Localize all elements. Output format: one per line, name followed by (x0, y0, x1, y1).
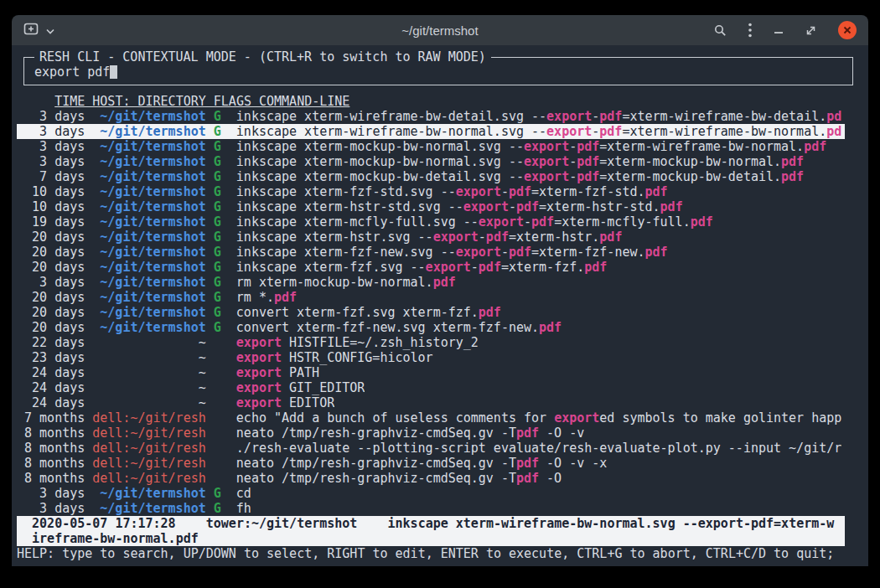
history-row[interactable]: 23 days~export HSTR_CONFIG=hicolor (17, 350, 845, 365)
history-row[interactable]: 3 days~/git/termshotGcd (17, 486, 845, 501)
search-icon[interactable] (714, 24, 727, 37)
history-row[interactable]: 20 days~/git/termshotGinkscape xterm-hst… (17, 230, 845, 245)
row-flags (214, 350, 221, 365)
history-row[interactable]: 19 days~/git/termshotGinkscape xterm-mcf… (17, 214, 845, 230)
row-command: neato /tmp/resh-graphviz-cmdSeq.gv -Tpdf… (236, 471, 562, 486)
row-time: 24 days (17, 395, 85, 410)
row-time: 3 days (17, 139, 85, 154)
row-time: 20 days (17, 290, 85, 305)
restore-button[interactable] (805, 25, 816, 36)
search-box[interactable]: RESH CLI - CONTEXTUAL MODE - (CTRL+R to … (23, 57, 853, 85)
row-host: ~/git/termshot (92, 154, 205, 169)
history-row[interactable]: 24 days~export EDITOR (17, 395, 845, 410)
row-host: dell:~/git/resh (92, 441, 205, 456)
row-command: inkscape xterm-mockup-bw-detail.svg --ex… (236, 169, 804, 184)
row-command: inkscape xterm-mockup-bw-normal.svg --ex… (236, 139, 826, 154)
history-row[interactable]: 3 days~/git/termshotGrm xterm-mockup-bw-… (17, 275, 845, 290)
text-cursor (110, 65, 117, 79)
row-host: ~/git/termshot (92, 320, 205, 335)
row-command: export EDITOR (236, 395, 334, 410)
row-host: ~/git/termshot (92, 501, 205, 516)
row-flags (214, 456, 221, 471)
minimize-button[interactable] (774, 25, 784, 35)
history-row[interactable]: 8 monthsdell:~/git/reshneato /tmp/resh-g… (17, 426, 845, 441)
row-time: 3 days (17, 486, 85, 501)
row-host: dell:~/git/resh (92, 426, 205, 441)
row-host: ~/git/termshot (92, 290, 205, 305)
search-box-label: RESH CLI - CONTEXTUAL MODE - (CTRL+R to … (34, 49, 491, 64)
row-host: ~/git/termshot (92, 486, 205, 501)
row-command: cd (236, 486, 251, 501)
row-command: ./resh-evaluate --plotting-script evalua… (236, 441, 841, 456)
row-flags: G (214, 124, 221, 139)
row-time: 23 days (17, 350, 85, 365)
row-time: 3 days (17, 124, 85, 139)
row-time: 19 days (17, 214, 85, 230)
history-row[interactable]: 24 days~export GIT_EDITOR (17, 380, 845, 395)
history-row[interactable]: 3 days~/git/termshotGinkscape xterm-wire… (17, 109, 845, 124)
history-row[interactable]: 3 days~/git/termshotGfh (17, 501, 845, 516)
row-flags (214, 410, 221, 426)
row-flags: G (214, 305, 221, 320)
row-command: export HSTR_CONFIG=hicolor (236, 350, 433, 365)
history-row[interactable]: 10 days~/git/termshotGinkscape xterm-hst… (17, 199, 845, 214)
history-row[interactable]: 7 monthsdell:~/git/reshecho "Add a bunch… (17, 410, 845, 426)
row-host: ~ (92, 365, 205, 380)
history-row[interactable]: 20 days~/git/termshotGconvert xterm-fzf.… (17, 305, 845, 320)
new-tab-button[interactable] (23, 22, 40, 39)
row-host: ~/git/termshot (92, 199, 205, 214)
row-command: fh (236, 501, 251, 516)
row-flags: G (214, 109, 221, 124)
row-flags: G (214, 501, 221, 516)
row-command: inkscape xterm-mockup-bw-normal.svg --ex… (236, 154, 804, 169)
row-time: 20 days (17, 260, 85, 275)
history-row[interactable]: 20 days~/git/termshotGrm *.pdf (17, 290, 845, 305)
status-line-1: 2020-05-07 17:17:28 tower:~/git/termshot… (17, 516, 845, 531)
kebab-menu-icon[interactable] (748, 23, 752, 38)
row-command: convert xterm-fzf.svg xterm-fzf.pdf (236, 305, 501, 320)
row-host: ~/git/termshot (92, 139, 205, 154)
history-row[interactable]: 22 days~export HISTFILE=~/.zsh_history_2 (17, 335, 845, 350)
row-host: ~ (92, 395, 205, 410)
row-flags (214, 380, 221, 395)
row-command: export GIT_EDITOR (236, 380, 365, 395)
history-row[interactable]: 3 days~/git/termshotGinkscape xterm-mock… (17, 154, 845, 169)
new-tab-icon (23, 22, 40, 39)
row-flags: G (214, 139, 221, 154)
row-host: dell:~/git/resh (92, 471, 205, 486)
history-row[interactable]: 20 days~/git/termshotGinkscape xterm-fzf… (17, 260, 845, 275)
close-button[interactable] (838, 21, 857, 39)
history-row[interactable]: 24 days~export PATH (17, 365, 845, 380)
close-icon (843, 23, 852, 38)
chevron-down-icon[interactable] (46, 23, 54, 38)
history-row[interactable]: 8 monthsdell:~/git/resh./resh-evaluate -… (17, 441, 845, 456)
history-row[interactable]: 20 days~/git/termshotGinkscape xterm-fzf… (17, 245, 845, 260)
history-row-selected[interactable]: 3 days~/git/termshotGinkscape xterm-wire… (17, 124, 845, 139)
history-header: TIME HOST: DIRECTORY FLAGS COMMAND-LINE (17, 94, 863, 109)
row-command: export PATH (236, 365, 319, 380)
row-command: echo "Add a bunch of useless comments fo… (236, 410, 841, 426)
history-list: 3 days~/git/termshotGinkscape xterm-wire… (17, 109, 845, 516)
history-row[interactable]: 7 days~/git/termshotGinkscape xterm-mock… (17, 169, 845, 184)
row-flags: G (214, 275, 221, 290)
history-row[interactable]: 3 days~/git/termshotGinkscape xterm-mock… (17, 139, 845, 154)
row-command: inkscape xterm-hstr.svg --export-pdf=xte… (236, 230, 623, 245)
row-flags (214, 365, 221, 380)
row-command: inkscape xterm-wireframe-bw-detail.svg -… (236, 109, 841, 124)
row-command: export HISTFILE=~/.zsh_history_2 (236, 335, 479, 350)
row-command: inkscape xterm-fzf-std.svg --export-pdf=… (236, 184, 668, 199)
row-host: ~/git/termshot (92, 230, 205, 245)
history-row[interactable]: 20 days~/git/termshotGconvert xterm-fzf-… (17, 320, 845, 335)
row-host: ~/git/termshot (92, 245, 205, 260)
history-row[interactable]: 8 monthsdell:~/git/reshneato /tmp/resh-g… (17, 471, 845, 486)
row-command: neato /tmp/resh-graphviz-cmdSeq.gv -Tpdf… (236, 456, 608, 471)
row-time: 24 days (17, 380, 85, 395)
row-host: dell:~/git/resh (92, 410, 205, 426)
history-row[interactable]: 10 days~/git/termshotGinkscape xterm-fzf… (17, 184, 845, 199)
row-command: inkscape xterm-fzf.svg --export-pdf=xter… (236, 260, 608, 275)
history-row[interactable]: 8 monthsdell:~/git/reshneato /tmp/resh-g… (17, 456, 845, 471)
row-host: ~/git/termshot (92, 260, 205, 275)
search-input[interactable]: export pdf (34, 64, 110, 80)
row-host: ~/git/termshot (92, 169, 205, 184)
row-time: 10 days (17, 199, 85, 214)
